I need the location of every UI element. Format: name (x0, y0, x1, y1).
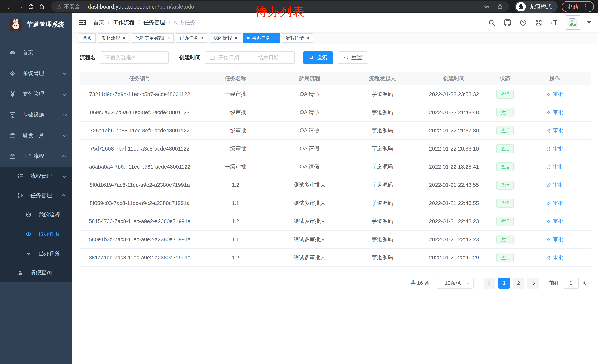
approve-link[interactable]: 审批 (546, 163, 563, 170)
approve-link[interactable]: 审批 (546, 254, 563, 261)
edit-pen-icon (546, 92, 551, 97)
font-size-icon[interactable]: тT (551, 19, 558, 27)
fullscreen-icon[interactable] (535, 19, 542, 26)
list-tree-icon (16, 173, 25, 179)
browser-home-icon[interactable] (36, 1, 47, 12)
tab-close-icon[interactable]: × (167, 36, 170, 40)
tab-close-icon[interactable]: × (123, 36, 126, 40)
tab-label: 已办任务 (180, 35, 198, 41)
tab[interactable]: 待办任务 × (243, 33, 280, 43)
tab[interactable]: 已办任务 × (176, 33, 208, 43)
approve-link[interactable]: 审批 (546, 109, 563, 116)
tab-active-dot (247, 37, 249, 39)
url-path: /bpm/task/todo (158, 4, 194, 10)
browser-forward-icon[interactable]: → (15, 1, 25, 12)
status-badge: 激活 (496, 126, 514, 135)
edit-pen-icon (546, 110, 551, 115)
bookmark-star-icon[interactable] (497, 3, 504, 10)
page-number-button[interactable]: 2 (513, 277, 524, 289)
goto-page-input[interactable] (563, 277, 579, 289)
sidebar-item-label: 基础设施 (23, 111, 44, 119)
cell-action: 审批 (519, 85, 590, 103)
sidebar-item-home[interactable]: 首页 (0, 42, 72, 63)
avatar-caret-icon[interactable] (587, 21, 591, 24)
sidebar-item-done-task[interactable]: 已办任务 (0, 244, 72, 263)
cell-task-id: 8f059c03-7ac8-11ec-a9e2-a2380e71991a (80, 194, 200, 212)
browser-reload-icon[interactable] (25, 1, 36, 12)
breadcrumb: 首页 / 工作流程 / 任务管理 / 待办任务 (93, 19, 195, 26)
browser-menu-kebab-icon[interactable]: ⋮ (582, 3, 589, 10)
breadcrumb-task-mgmt[interactable]: 任务管理 (143, 19, 165, 26)
help-icon[interactable] (519, 19, 527, 26)
password-key-icon[interactable] (483, 3, 490, 10)
breadcrumb-home[interactable]: 首页 (93, 19, 104, 26)
breadcrumb-workflow[interactable]: 工作流程 (113, 19, 134, 26)
cell-process: OA 请假 (271, 85, 348, 103)
refresh-icon (344, 55, 349, 60)
workflow-submenu: 流程管理 任务管理 (0, 167, 72, 282)
sidebar-item-task-mgmt[interactable]: 任务管理 (0, 186, 72, 205)
eye-closed-icon (25, 250, 33, 256)
prev-page-button[interactable] (484, 277, 495, 289)
app-logo[interactable]: 芋道管理系统 (0, 13, 72, 36)
tab[interactable]: 我的流程 × (210, 33, 241, 43)
browser-back-icon[interactable]: ← (4, 1, 15, 12)
next-page-button[interactable] (527, 277, 539, 289)
sidebar-collapse-icon[interactable] (79, 19, 87, 26)
tab-close-icon[interactable]: × (307, 36, 310, 40)
cell-process: 测试多审批人 (271, 212, 348, 230)
cell-task-id: 381aa1dd-7ac8-11ec-a9e2-a2380e71991a (80, 249, 200, 267)
page-size-select[interactable]: 10条/页 (436, 277, 473, 289)
tab[interactable]: 发起流程 × (98, 33, 129, 43)
sidebar-item-system[interactable]: 系统管理 (0, 63, 72, 84)
face-icon (25, 212, 33, 218)
tab[interactable]: 首页 × (79, 33, 96, 43)
search-icon[interactable] (488, 19, 495, 26)
sidebar-item-todo-task[interactable]: 待办任务 (0, 224, 72, 244)
sidebar-item-devtools[interactable]: 研发工具 (0, 125, 72, 146)
tab[interactable]: 流程详情 × (282, 33, 313, 43)
browser-update-button[interactable]: 更新 ⋮ (562, 1, 594, 12)
sidebar-item-workflow[interactable]: 工作流程 (0, 146, 72, 167)
task-table: 任务编号 任务名称 所属流程 流程发起人 创建时间 状态 操作 (80, 72, 590, 267)
cell-action: 审批 (519, 194, 590, 212)
approve-link[interactable]: 审批 (546, 91, 563, 98)
logo-image (10, 18, 22, 31)
sidebar-item-leave-query[interactable]: 请假查询 (0, 263, 72, 282)
cell-process: 测试多审批人 (271, 176, 348, 194)
approve-link[interactable]: 审批 (546, 200, 563, 207)
approve-link[interactable]: 审批 (546, 236, 563, 243)
chevron-down-icon (63, 112, 66, 116)
tab-close-icon[interactable]: × (201, 36, 204, 40)
column-header: 状态 (491, 72, 519, 85)
end-date-placeholder: 结束日期 (255, 54, 290, 61)
top-navbar: 首页 / 工作流程 / 任务管理 / 待办任务 (72, 13, 598, 32)
tab[interactable]: 流程表单-编辑 × (132, 33, 174, 43)
sidebar-item-infra[interactable]: 基础设施 (0, 105, 72, 125)
page-number-button[interactable]: 1 (498, 277, 510, 289)
incognito-badge[interactable]: 无痕模式 (515, 1, 558, 13)
sidebar-item-label: 首页 (23, 49, 33, 56)
cell-action: 审批 (519, 121, 590, 140)
sidebar-item-my-process[interactable]: 我的流程 (0, 205, 72, 224)
filter-form: 流程名 创建时间 开始日期 - 结束日期 搜索 (80, 51, 590, 64)
sidebar-item-process-mgmt[interactable]: 流程管理 (0, 167, 72, 186)
cell-action: 审批 (519, 103, 590, 121)
column-header: 所属流程 (271, 72, 348, 85)
page-unit-label: 页 (582, 280, 587, 287)
avatar[interactable] (566, 15, 580, 30)
reset-button[interactable]: 重置 (338, 51, 368, 64)
approve-link[interactable]: 审批 (546, 127, 563, 134)
sidebar-item-payment[interactable]: ¥ 支付管理 (0, 84, 72, 105)
approve-link[interactable]: 审批 (546, 181, 563, 188)
tab-close-icon[interactable]: × (234, 36, 238, 40)
approve-link[interactable]: 审批 (546, 145, 563, 152)
status-badge: 激活 (496, 217, 514, 226)
process-name-input[interactable] (100, 51, 169, 64)
approve-link[interactable]: 审批 (546, 218, 563, 225)
github-icon[interactable] (504, 19, 511, 26)
tab-label: 我的流程 (213, 35, 232, 41)
search-button[interactable]: 搜索 (303, 51, 333, 64)
tab-close-icon[interactable]: × (273, 36, 276, 40)
date-range-picker[interactable]: 开始日期 - 结束日期 (205, 51, 295, 64)
